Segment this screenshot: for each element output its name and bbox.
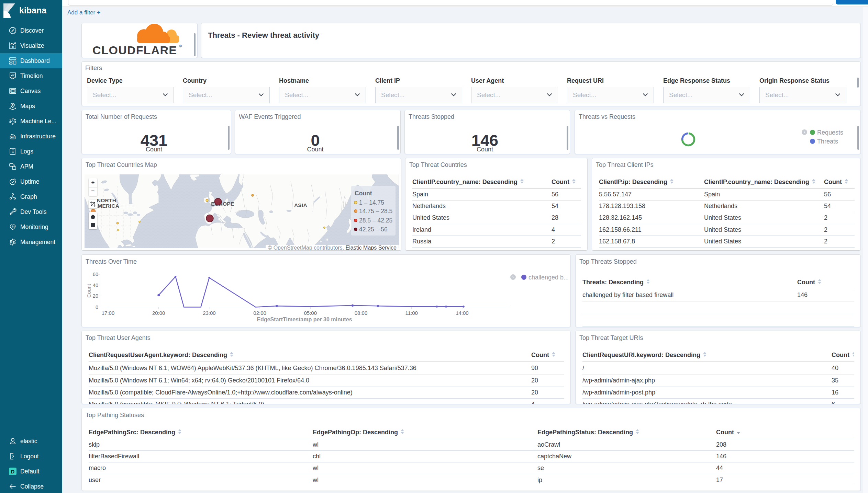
svg-text:23:00: 23:00 bbox=[203, 310, 216, 316]
svg-text:14:00: 14:00 bbox=[456, 310, 469, 316]
svg-text:20: 20 bbox=[93, 293, 98, 299]
svg-text:20:00: 20:00 bbox=[152, 310, 165, 316]
svg-text:11:00: 11:00 bbox=[405, 310, 418, 316]
svg-text:Count: Count bbox=[355, 190, 372, 197]
svg-text:08:00: 08:00 bbox=[355, 310, 368, 316]
svg-text:®: ® bbox=[179, 44, 182, 48]
svg-text:Count: Count bbox=[86, 284, 92, 298]
svg-text:ASIA: ASIA bbox=[294, 202, 307, 208]
svg-text:14.75 – 28.5: 14.75 – 28.5 bbox=[359, 208, 392, 215]
svg-text:42.25 – 56: 42.25 – 56 bbox=[359, 226, 388, 233]
svg-text:EdgeStartTimestamp per 30 minu: EdgeStartTimestamp per 30 minutes bbox=[257, 317, 352, 322]
svg-text:17:00: 17:00 bbox=[102, 310, 115, 316]
svg-text:CLOUDFLARE: CLOUDFLARE bbox=[92, 44, 177, 57]
svg-text:AMERICA: AMERICA bbox=[94, 203, 119, 209]
svg-text:60: 60 bbox=[93, 272, 98, 277]
svg-text:02:00: 02:00 bbox=[253, 310, 266, 316]
svg-text:40: 40 bbox=[93, 283, 98, 288]
svg-text:1 – 14.75: 1 – 14.75 bbox=[359, 199, 384, 206]
svg-text:05:00: 05:00 bbox=[304, 310, 317, 316]
svg-text:NORTH: NORTH bbox=[97, 197, 116, 203]
svg-text:0: 0 bbox=[96, 305, 98, 310]
svg-text:D: D bbox=[11, 469, 15, 474]
svg-text:28.5 – 42.25: 28.5 – 42.25 bbox=[359, 217, 392, 224]
